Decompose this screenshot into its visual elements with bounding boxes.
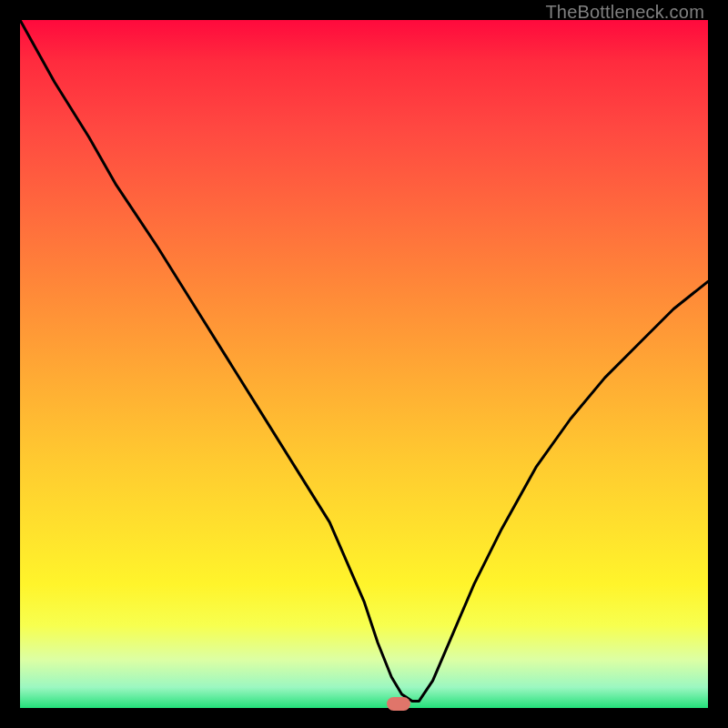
bottleneck-curve-path [20, 20, 708, 701]
bottleneck-curve-svg [0, 0, 728, 728]
optimal-point-marker [387, 697, 410, 711]
chart-container: TheBottleneck.com [0, 0, 728, 728]
